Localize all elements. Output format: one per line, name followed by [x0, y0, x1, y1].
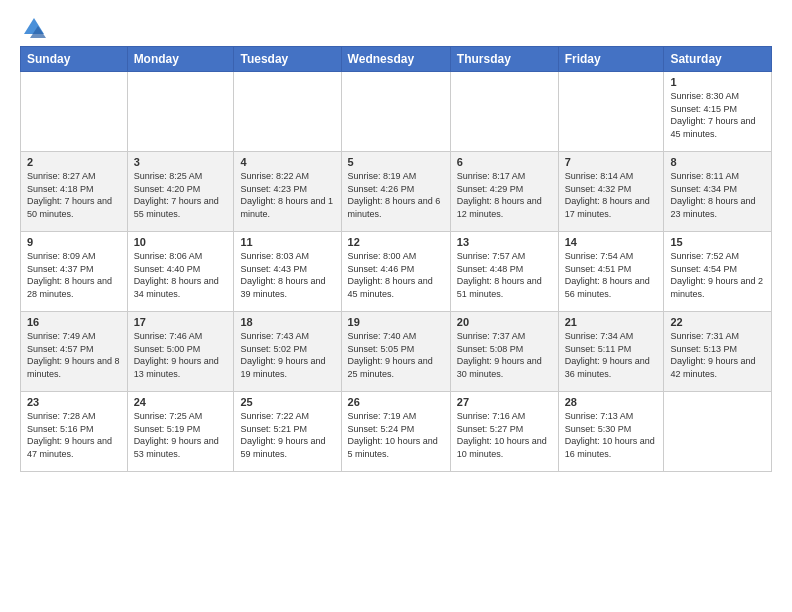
calendar-cell: 19Sunrise: 7:40 AM Sunset: 5:05 PM Dayli…: [341, 312, 450, 392]
calendar-header-row: SundayMondayTuesdayWednesdayThursdayFrid…: [21, 47, 772, 72]
day-number: 10: [134, 236, 228, 248]
calendar-cell: 11Sunrise: 8:03 AM Sunset: 4:43 PM Dayli…: [234, 232, 341, 312]
day-info: Sunrise: 8:00 AM Sunset: 4:46 PM Dayligh…: [348, 250, 444, 300]
day-info: Sunrise: 8:27 AM Sunset: 4:18 PM Dayligh…: [27, 170, 121, 220]
day-number: 15: [670, 236, 765, 248]
day-info: Sunrise: 7:31 AM Sunset: 5:13 PM Dayligh…: [670, 330, 765, 380]
day-number: 22: [670, 316, 765, 328]
day-info: Sunrise: 7:54 AM Sunset: 4:51 PM Dayligh…: [565, 250, 658, 300]
day-number: 27: [457, 396, 552, 408]
day-number: 26: [348, 396, 444, 408]
day-info: Sunrise: 7:49 AM Sunset: 4:57 PM Dayligh…: [27, 330, 121, 380]
day-number: 19: [348, 316, 444, 328]
weekday-header: Friday: [558, 47, 664, 72]
day-info: Sunrise: 8:25 AM Sunset: 4:20 PM Dayligh…: [134, 170, 228, 220]
calendar-cell: 21Sunrise: 7:34 AM Sunset: 5:11 PM Dayli…: [558, 312, 664, 392]
day-number: 7: [565, 156, 658, 168]
day-number: 1: [670, 76, 765, 88]
calendar-cell: [341, 72, 450, 152]
day-info: Sunrise: 7:43 AM Sunset: 5:02 PM Dayligh…: [240, 330, 334, 380]
day-info: Sunrise: 8:17 AM Sunset: 4:29 PM Dayligh…: [457, 170, 552, 220]
day-number: 6: [457, 156, 552, 168]
calendar-week-row: 9Sunrise: 8:09 AM Sunset: 4:37 PM Daylig…: [21, 232, 772, 312]
day-info: Sunrise: 8:19 AM Sunset: 4:26 PM Dayligh…: [348, 170, 444, 220]
calendar-cell: 2Sunrise: 8:27 AM Sunset: 4:18 PM Daylig…: [21, 152, 128, 232]
calendar-cell: 17Sunrise: 7:46 AM Sunset: 5:00 PM Dayli…: [127, 312, 234, 392]
day-info: Sunrise: 7:57 AM Sunset: 4:48 PM Dayligh…: [457, 250, 552, 300]
weekday-header: Saturday: [664, 47, 772, 72]
calendar-cell: 4Sunrise: 8:22 AM Sunset: 4:23 PM Daylig…: [234, 152, 341, 232]
day-number: 17: [134, 316, 228, 328]
calendar-cell: 24Sunrise: 7:25 AM Sunset: 5:19 PM Dayli…: [127, 392, 234, 472]
weekday-header: Thursday: [450, 47, 558, 72]
calendar-cell: [664, 392, 772, 472]
day-number: 14: [565, 236, 658, 248]
calendar-cell: 5Sunrise: 8:19 AM Sunset: 4:26 PM Daylig…: [341, 152, 450, 232]
day-number: 2: [27, 156, 121, 168]
calendar-cell: 9Sunrise: 8:09 AM Sunset: 4:37 PM Daylig…: [21, 232, 128, 312]
day-info: Sunrise: 7:34 AM Sunset: 5:11 PM Dayligh…: [565, 330, 658, 380]
day-info: Sunrise: 8:11 AM Sunset: 4:34 PM Dayligh…: [670, 170, 765, 220]
calendar-cell: 1Sunrise: 8:30 AM Sunset: 4:15 PM Daylig…: [664, 72, 772, 152]
day-number: 16: [27, 316, 121, 328]
calendar-cell: 6Sunrise: 8:17 AM Sunset: 4:29 PM Daylig…: [450, 152, 558, 232]
day-number: 18: [240, 316, 334, 328]
logo: [20, 16, 46, 36]
day-info: Sunrise: 7:28 AM Sunset: 5:16 PM Dayligh…: [27, 410, 121, 460]
calendar-cell: 12Sunrise: 8:00 AM Sunset: 4:46 PM Dayli…: [341, 232, 450, 312]
calendar-cell: 13Sunrise: 7:57 AM Sunset: 4:48 PM Dayli…: [450, 232, 558, 312]
calendar-cell: 27Sunrise: 7:16 AM Sunset: 5:27 PM Dayli…: [450, 392, 558, 472]
header-area: [20, 16, 772, 36]
day-number: 11: [240, 236, 334, 248]
weekday-header: Monday: [127, 47, 234, 72]
day-number: 12: [348, 236, 444, 248]
calendar-cell: [21, 72, 128, 152]
day-info: Sunrise: 7:46 AM Sunset: 5:00 PM Dayligh…: [134, 330, 228, 380]
calendar-cell: 23Sunrise: 7:28 AM Sunset: 5:16 PM Dayli…: [21, 392, 128, 472]
calendar-cell: [450, 72, 558, 152]
calendar-cell: [234, 72, 341, 152]
day-info: Sunrise: 8:06 AM Sunset: 4:40 PM Dayligh…: [134, 250, 228, 300]
page: SundayMondayTuesdayWednesdayThursdayFrid…: [0, 0, 792, 488]
calendar-cell: [558, 72, 664, 152]
calendar-cell: 16Sunrise: 7:49 AM Sunset: 4:57 PM Dayli…: [21, 312, 128, 392]
calendar-cell: 10Sunrise: 8:06 AM Sunset: 4:40 PM Dayli…: [127, 232, 234, 312]
calendar-week-row: 23Sunrise: 7:28 AM Sunset: 5:16 PM Dayli…: [21, 392, 772, 472]
day-info: Sunrise: 7:13 AM Sunset: 5:30 PM Dayligh…: [565, 410, 658, 460]
day-number: 8: [670, 156, 765, 168]
calendar-cell: 7Sunrise: 8:14 AM Sunset: 4:32 PM Daylig…: [558, 152, 664, 232]
day-info: Sunrise: 7:25 AM Sunset: 5:19 PM Dayligh…: [134, 410, 228, 460]
day-info: Sunrise: 8:09 AM Sunset: 4:37 PM Dayligh…: [27, 250, 121, 300]
day-info: Sunrise: 7:22 AM Sunset: 5:21 PM Dayligh…: [240, 410, 334, 460]
calendar-cell: 25Sunrise: 7:22 AM Sunset: 5:21 PM Dayli…: [234, 392, 341, 472]
calendar-cell: 28Sunrise: 7:13 AM Sunset: 5:30 PM Dayli…: [558, 392, 664, 472]
calendar-cell: 20Sunrise: 7:37 AM Sunset: 5:08 PM Dayli…: [450, 312, 558, 392]
calendar-cell: 18Sunrise: 7:43 AM Sunset: 5:02 PM Dayli…: [234, 312, 341, 392]
calendar-cell: 8Sunrise: 8:11 AM Sunset: 4:34 PM Daylig…: [664, 152, 772, 232]
day-info: Sunrise: 8:22 AM Sunset: 4:23 PM Dayligh…: [240, 170, 334, 220]
calendar-cell: 26Sunrise: 7:19 AM Sunset: 5:24 PM Dayli…: [341, 392, 450, 472]
calendar-week-row: 1Sunrise: 8:30 AM Sunset: 4:15 PM Daylig…: [21, 72, 772, 152]
calendar-cell: 3Sunrise: 8:25 AM Sunset: 4:20 PM Daylig…: [127, 152, 234, 232]
day-info: Sunrise: 8:30 AM Sunset: 4:15 PM Dayligh…: [670, 90, 765, 140]
day-number: 9: [27, 236, 121, 248]
day-number: 24: [134, 396, 228, 408]
day-info: Sunrise: 8:14 AM Sunset: 4:32 PM Dayligh…: [565, 170, 658, 220]
day-info: Sunrise: 7:40 AM Sunset: 5:05 PM Dayligh…: [348, 330, 444, 380]
weekday-header: Tuesday: [234, 47, 341, 72]
calendar-cell: [127, 72, 234, 152]
day-info: Sunrise: 7:19 AM Sunset: 5:24 PM Dayligh…: [348, 410, 444, 460]
day-number: 25: [240, 396, 334, 408]
day-number: 13: [457, 236, 552, 248]
calendar-table: SundayMondayTuesdayWednesdayThursdayFrid…: [20, 46, 772, 472]
day-info: Sunrise: 7:16 AM Sunset: 5:27 PM Dayligh…: [457, 410, 552, 460]
day-number: 20: [457, 316, 552, 328]
day-info: Sunrise: 7:37 AM Sunset: 5:08 PM Dayligh…: [457, 330, 552, 380]
calendar-week-row: 16Sunrise: 7:49 AM Sunset: 4:57 PM Dayli…: [21, 312, 772, 392]
weekday-header: Wednesday: [341, 47, 450, 72]
calendar-cell: 14Sunrise: 7:54 AM Sunset: 4:51 PM Dayli…: [558, 232, 664, 312]
day-number: 5: [348, 156, 444, 168]
calendar-week-row: 2Sunrise: 8:27 AM Sunset: 4:18 PM Daylig…: [21, 152, 772, 232]
day-number: 3: [134, 156, 228, 168]
day-number: 4: [240, 156, 334, 168]
